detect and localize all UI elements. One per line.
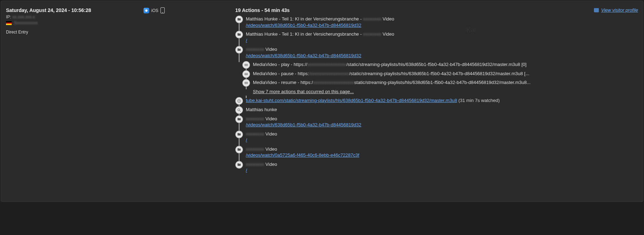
svg-rect-7 <box>245 73 246 75</box>
svg-point-0 <box>145 9 148 12</box>
media-icon <box>243 71 250 78</box>
action-title: xxxxxxxx Video <box>246 161 638 168</box>
action-row: Matthias Hunke - Teil 1: KI in der Versi… <box>235 16 638 30</box>
action-content: Show 7 more actions that occurred on thi… <box>250 89 638 97</box>
show-more-link[interactable]: Show 7 more actions that occurred on thi… <box>253 89 354 94</box>
ios-icon <box>144 8 149 13</box>
action-title: xxxxxxxx Video <box>246 146 638 152</box>
show-more-row: Show 7 more actions that occurred on thi… <box>242 89 638 97</box>
svg-rect-3 <box>246 64 247 66</box>
smartphone-icon <box>160 7 165 13</box>
media-url-link[interactable]: tube.kai-stuht.com/static/streaming-play… <box>246 98 457 103</box>
action-url-link[interactable]: / <box>246 38 247 43</box>
referrer-type: Direct Entry <box>6 30 232 35</box>
ip-row: IP: xx.xxx.xxx.x <box>6 14 232 19</box>
watch-duration: (31 min 7s watched) <box>457 98 500 103</box>
action-url-link[interactable]: /videos/watch/638d65b1-f5b0-4a32-b47b-d8… <box>246 122 361 127</box>
action-url-link[interactable]: / <box>246 168 247 173</box>
svg-rect-5 <box>248 64 248 66</box>
action-url-link[interactable]: /videos/watch/638d65b1-f5b0-4a32-b47b-d8… <box>246 23 361 28</box>
folder-icon <box>236 146 243 153</box>
svg-rect-9 <box>247 73 247 75</box>
svg-line-18 <box>240 111 241 112</box>
folder-icon <box>236 131 243 138</box>
svg-rect-8 <box>246 73 247 75</box>
action-content: xxxxxxxx Video/ <box>243 161 638 176</box>
redacted-text: /xxxxxxxxxxxxxxxxx <box>309 71 349 76</box>
actions-column: 19 Actions - 54 min 43s View visitor pro… <box>235 7 638 191</box>
action-content: MediaVideo - play - https://xxxxxxxxxxxx… <box>250 61 638 70</box>
action-title: Matthias Hunke - Teil 1: KI in der Versi… <box>246 16 638 22</box>
svg-rect-10 <box>248 73 248 75</box>
redacted-text: xxxxxxxxxxxxxxxxx <box>307 62 346 67</box>
view-profile-block: View visitor profile <box>594 7 638 13</box>
action-title: xxxxxxxx Video <box>246 46 638 53</box>
redacted-text: xxxxxxxx <box>246 116 264 121</box>
action-row: xxxxxxxx Video/videos/watch/638d65b1-f5b… <box>235 116 638 130</box>
visitor-info-column: Saturday, August 24, 2024 - 10:56:28 IP:… <box>6 7 232 191</box>
action-content: xxxxxxxx Video/videos/watch/0a5725a6-f46… <box>243 146 638 161</box>
redacted-text: xxxxxxxx <box>363 31 381 37</box>
action-title: MediaVideo - pause - https:/xxxxxxxxxxxx… <box>253 71 638 77</box>
actions-timeline: Matthias Hunke - Teil 1: KI in der Versi… <box>235 16 638 176</box>
redacted-text: xxxxxxxx <box>246 146 264 152</box>
action-row: Matthias hunke <box>235 107 638 115</box>
media-icon <box>243 79 250 86</box>
action-content: xxxxxxxx Video/videos/watch/638d65b1-f5b… <box>243 46 638 61</box>
action-title: Matthias Hunke - Teil 1: KI in der Versi… <box>246 31 638 37</box>
svg-point-17 <box>238 109 240 111</box>
action-row: MediaVideo - pause - https:/xxxxxxxxxxxx… <box>242 71 638 79</box>
action-content: MediaVideo - pause - https:/xxxxxxxxxxxx… <box>250 71 638 79</box>
search-icon <box>236 107 243 114</box>
action-url-link[interactable]: /videos/watch/638d65b1-f5b0-4a32-b47b-d8… <box>246 53 361 58</box>
action-row: xxxxxxxx Video/ <box>235 161 638 176</box>
action-row: xxxxxxxx Video/videos/watch/0a5725a6-f46… <box>235 146 638 161</box>
action-row: xxxxxxxx Video/videos/watch/638d65b1-f5b… <box>235 46 638 61</box>
folder-icon <box>236 46 243 53</box>
action-url-link[interactable]: / <box>246 137 247 143</box>
action-content: MediaVideo - resume - https:/xxxxxxxxxxx… <box>250 79 638 88</box>
redacted-text: xxxxxxxx <box>363 16 381 22</box>
os-device-block: iOS <box>144 7 165 13</box>
action-title: MediaVideo - resume - https:/xxxxxxxxxxx… <box>253 79 638 86</box>
action-title: MediaVideo - play - https://xxxxxxxxxxxx… <box>253 61 638 68</box>
folder-icon <box>236 31 243 38</box>
play-icon <box>236 97 243 104</box>
svg-rect-11 <box>245 82 245 84</box>
action-row: tube.kai-stuht.com/static/streaming-play… <box>235 97 638 106</box>
visit-panel: Saturday, August 24, 2024 - 10:56:28 IP:… <box>1 1 643 202</box>
svg-rect-6 <box>245 73 245 75</box>
media-icon <box>243 61 250 68</box>
svg-rect-15 <box>248 82 248 84</box>
action-content: Matthias Hunke - Teil 1: KI in der Versi… <box>243 16 638 30</box>
svg-rect-4 <box>247 64 247 66</box>
svg-rect-2 <box>245 64 246 66</box>
redacted-text: xxxxxxxxxxxxxxxxxx <box>313 80 354 85</box>
action-row: MediaVideo - play - https://xxxxxxxxxxxx… <box>242 61 638 70</box>
visit-datetime: Saturday, August 24, 2024 - 10:56:28 <box>6 7 232 13</box>
action-title: Matthias hunke <box>246 107 638 113</box>
action-content: Matthias hunke <box>243 107 638 115</box>
action-url-link[interactable]: /videos/watch/0a5725a6-f465-40c6-8ebb-e4… <box>246 152 359 158</box>
germany-flag-icon <box>6 21 12 25</box>
svg-rect-1 <box>245 64 245 66</box>
redacted-text: xxxxxxxx <box>246 131 264 137</box>
visitor-profile-icon <box>594 8 599 12</box>
folder-icon <box>236 16 243 23</box>
view-visitor-profile-link[interactable]: View visitor profile <box>601 7 638 13</box>
ip-label: IP: <box>6 14 11 19</box>
action-content: xxxxxxxx Video/videos/watch/638d65b1-f5b… <box>243 116 638 130</box>
actions-summary: 19 Actions - 54 min 43s <box>235 7 638 13</box>
location-redacted: Sxxxxxxxxxx <box>14 20 38 25</box>
folder-icon <box>236 161 243 168</box>
redacted-text: xxxxxxxx <box>246 47 264 52</box>
svg-rect-12 <box>245 82 246 84</box>
location-row: Sxxxxxxxxxx <box>6 20 232 25</box>
folder-icon <box>236 116 243 123</box>
svg-rect-14 <box>247 82 247 84</box>
os-label: iOS <box>151 8 158 13</box>
svg-rect-13 <box>246 82 247 84</box>
action-content: Matthias Hunke - Teil 1: KI in der Versi… <box>243 31 638 46</box>
action-content: tube.kai-stuht.com/static/streaming-play… <box>243 97 638 106</box>
action-title: xxxxxxxx Video <box>246 116 638 122</box>
